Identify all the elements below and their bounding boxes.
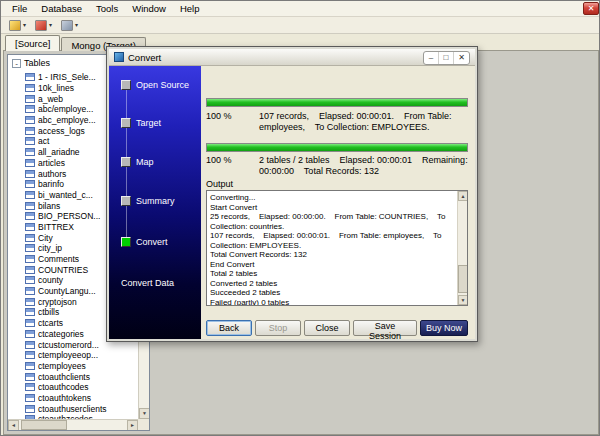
step-summary: Summary [121,196,175,206]
overall-progress-detail: 2 tables / 2 tables Elapsed: 00:00:01 Re… [259,155,468,176]
table-name: COUNTRIES [38,265,88,275]
table-name: 10k_lines [38,83,74,93]
table-icon [25,244,35,252]
overall-progress-row: 100 % 2 tables / 2 tables Elapsed: 00:00… [206,155,468,176]
menu-item[interactable]: File [5,2,34,15]
table-icon [25,137,35,145]
scroll-down-icon[interactable]: ▼ [458,295,468,305]
save-session-button[interactable]: Save Session [353,320,417,336]
step-indicator-icon [121,157,131,167]
output-log: Converting...Start Convert25 records, El… [206,190,468,306]
table-name: county [38,275,63,285]
horizontal-scroll-thumb[interactable] [21,420,67,430]
scroll-left-icon[interactable]: ◄ [8,420,19,431]
output-line: Succeeded 2 tables [210,288,454,298]
table-name: a_web [38,94,63,104]
convert-content: 100 % 107 records, Elapsed: 00:00:01. Fr… [201,66,475,339]
table-icon [25,362,35,370]
table-name: ctoauthuserclients [38,404,107,414]
buy-now-button[interactable]: Buy Now [420,320,468,336]
table-tree-item[interactable]: ctoauthuserclients [8,403,138,414]
table-name: 1 - IRIS_Sele... [38,72,96,82]
close-button[interactable]: Close [304,320,350,336]
minimize-icon[interactable]: – [424,52,439,64]
dialog-title: Convert [128,52,161,63]
output-line: Converted 2 tables [210,279,454,289]
dropdown-icon[interactable]: ▾ [75,22,78,28]
toolbar: ▾ ▾ ▾ [1,17,600,34]
step-convert: Convert [121,237,168,247]
table-tree-item[interactable]: ctoauthclients [8,371,138,382]
table-progress-fill [207,99,467,106]
tree-horizontal-scrollbar[interactable]: ◄ ► [8,419,138,430]
table-icon [25,73,35,81]
table-name: BITTREX [38,222,74,232]
maximize-icon[interactable]: □ [439,52,454,64]
table-icon [25,383,35,391]
scroll-up-icon[interactable]: ▲ [458,191,468,201]
output-line: Converting... [210,193,454,203]
output-label: Output [206,179,233,189]
stop-button[interactable]: Stop [255,320,301,336]
output-line: Failed (partly) 0 tables [210,298,454,307]
table-tree-item[interactable]: ctemployees [8,361,138,372]
table-tree-item[interactable]: ctoauthtokens [8,393,138,404]
output-scroll-thumb[interactable] [458,265,468,293]
table-icon [25,170,35,178]
table-icon [25,116,35,124]
output-lines: Converting...Start Convert25 records, El… [210,193,454,306]
convert-dialog: Convert – □ ✕ Open Source Target [106,46,478,342]
table-icon [25,394,35,402]
tab-source[interactable]: [Source] [5,35,60,51]
table-name: BIO_PERSON... [38,211,100,221]
dialog-window-controls: – □ ✕ [423,51,470,65]
table-icon [25,255,35,263]
toolbar-target-button[interactable]: ▾ [33,19,54,32]
table-name: ctoauthtokens [38,393,91,403]
convert-data-label: Convert Data [121,278,174,288]
table-name: Comments [38,254,79,264]
overall-progress-bar [206,143,468,152]
menu-item[interactable]: Window [125,2,173,15]
tree-expander-icon[interactable]: - [12,59,21,68]
table-icon [25,405,35,413]
window-close-icon[interactable]: ✕ [583,2,599,15]
dropdown-icon[interactable]: ▾ [23,22,26,28]
output-line: Total 2 tables [210,269,454,279]
table-name: ctbills [38,307,59,317]
menu-item[interactable]: Help [173,2,207,15]
table-name: abc_employe... [38,115,96,125]
menu-item[interactable]: Database [34,2,89,15]
table-name: ctemployeeop... [38,350,98,360]
toolbar-tools-button[interactable]: ▾ [59,19,80,32]
table-name: ctoauthcodes [38,382,89,392]
step-indicator-active-icon [121,237,131,247]
table-icon [25,105,35,113]
table-icon [25,191,35,199]
back-button[interactable]: Back [206,320,252,336]
step-map: Map [121,157,154,167]
scroll-right-icon[interactable]: ► [127,420,138,431]
tree-root-label: Tables [24,58,50,68]
dropdown-icon[interactable]: ▾ [49,22,52,28]
convert-dialog-icon [114,52,124,62]
toolbar-source-button[interactable]: ▾ [7,19,28,32]
table-name: act [38,136,49,146]
step-indicator-icon [121,118,131,128]
scroll-down-icon[interactable]: ▼ [139,408,150,419]
table-tree-item[interactable]: ctoauthcodes [8,382,138,393]
close-icon[interactable]: ✕ [454,52,469,64]
table-name: CountyLangu... [38,286,96,296]
menu-item[interactable]: Tools [89,2,125,15]
table-icon [25,276,35,284]
step-target: Target [121,118,161,128]
table-icon [25,84,35,92]
output-line: 25 records, Elapsed: 00:00:00. From Tabl… [210,212,454,231]
dialog-titlebar[interactable]: Convert – □ ✕ [109,49,475,66]
overall-progress-fill [207,144,467,151]
table-tree-item[interactable]: ctemployeeop... [8,350,138,361]
table-icon [25,180,35,188]
table-icon [25,330,35,338]
table-icon [25,298,35,306]
output-scrollbar[interactable]: ▲ ▼ [457,191,467,305]
